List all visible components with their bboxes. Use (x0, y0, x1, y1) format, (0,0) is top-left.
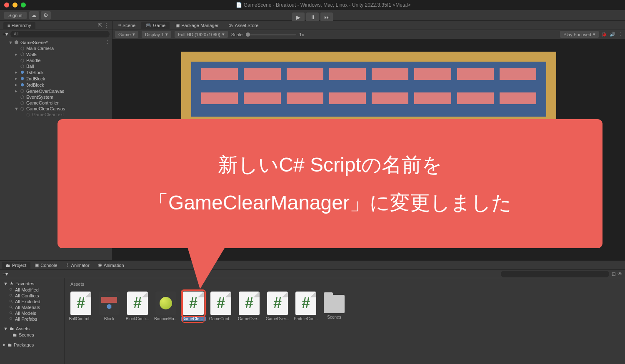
fav-item[interactable]: All Prefabs (0, 316, 64, 322)
fav-item[interactable]: All Models (0, 310, 64, 316)
svg-point-3 (10, 306, 12, 308)
tree-item-eventsystem[interactable]: EventSystem (0, 94, 112, 100)
tab-asset-store[interactable]: 🛍Asset Store (224, 22, 262, 29)
tab-animation[interactable]: ◉Animation (94, 262, 128, 269)
favorites-header[interactable]: ▼★Favorites (0, 280, 64, 287)
breadcrumb[interactable]: Assets (69, 281, 621, 290)
annotation-callout: 新しいC# Scriptの名前を 「GameClearManager」に変更しま… (58, 119, 602, 248)
search-icon (9, 305, 13, 309)
link-icon[interactable]: ⇱ (98, 22, 102, 28)
scale-label: Scale (231, 32, 243, 37)
expand-icon[interactable]: ▼ (14, 106, 18, 111)
fav-item[interactable]: All Modified (0, 287, 64, 293)
tree-item-camera[interactable]: Main Camera (0, 45, 112, 51)
pause-button[interactable]: ⏸ (306, 12, 319, 22)
stats-icon[interactable]: ⋮ (618, 32, 622, 37)
game-dropdown[interactable]: Game▾ (115, 31, 138, 38)
block (201, 68, 238, 80)
asset-item[interactable]: BounceMa... (155, 292, 176, 321)
expand-icon[interactable]: ▼ (3, 281, 8, 286)
animation-icon: ◉ (98, 262, 102, 268)
tree-item-3rdblock[interactable]: ▸3rdBlock (0, 82, 112, 88)
gameobject-icon (20, 64, 25, 69)
asset-item[interactable]: Scenes (324, 292, 345, 321)
asset-item[interactable]: #GameClea... (183, 291, 204, 322)
tree-item-ball[interactable]: Ball (0, 63, 112, 69)
expand-icon[interactable]: ▸ (14, 82, 18, 87)
expand-icon[interactable]: ▸ (3, 342, 6, 347)
play-controls: ▶ ⏸ ⏭ (292, 12, 333, 22)
tab-scene[interactable]: ⌗Scene (114, 22, 140, 29)
panel-controls: ⇱ ⋮ (98, 22, 109, 28)
tree-item-paddle[interactable]: Paddle (0, 57, 112, 63)
game-playfield (191, 62, 546, 117)
window-controls (4, 2, 26, 7)
asset-item[interactable]: #GameCont... (210, 292, 231, 321)
asset-label: BlockContr... (126, 317, 150, 321)
tab-console[interactable]: ▣Console (30, 262, 61, 269)
scale-slider[interactable] (246, 34, 296, 35)
bug-icon[interactable]: 🐞 (601, 32, 607, 37)
expand-icon[interactable]: ▸ (14, 70, 18, 75)
asset-item[interactable]: #GameOver... (267, 292, 288, 321)
resolution-dropdown[interactable]: Full HD (1920x1080)▾ (175, 31, 228, 38)
tree-item-gameclearcanvas[interactable]: ▼GameClearCanvas (0, 106, 112, 112)
minimize-icon[interactable] (12, 2, 18, 7)
window-title: 📄 GameScene - Breakout - Windows, Mac, L… (26, 2, 621, 8)
asset-label: Scenes (327, 315, 341, 319)
asset-item[interactable]: Block (99, 292, 120, 321)
gear-icon[interactable]: ⚙ (41, 11, 51, 20)
display-dropdown[interactable]: Display 1▾ (142, 31, 171, 38)
maximize-icon[interactable] (21, 2, 26, 7)
play-button[interactable]: ▶ (292, 12, 305, 22)
asset-item[interactable]: #BallControl... (70, 292, 91, 321)
scene-root[interactable]: ▼ GameScene* ⋮ (0, 39, 112, 45)
audio-icon[interactable]: 🔊 (610, 32, 615, 37)
packages-header[interactable]: ▸🖿Packages (0, 341, 64, 348)
hierarchy-tab[interactable]: ≡ Hierarchy (3, 22, 35, 29)
expand-icon[interactable]: ▸ (14, 88, 18, 94)
tab-animator[interactable]: ⊹Animator (62, 262, 94, 269)
expand-icon[interactable]: ▼ (3, 326, 8, 331)
block (329, 68, 366, 80)
assets-header[interactable]: ▼🖿Assets (0, 325, 64, 332)
asset-item[interactable]: #GameOve... (239, 292, 260, 321)
step-button[interactable]: ⏭ (320, 12, 333, 22)
add-button[interactable]: +▾ (2, 31, 8, 37)
scene-menu[interactable]: ⋮ (105, 40, 110, 45)
tree-item-1stblock[interactable]: ▸1stBlock (0, 69, 112, 75)
title-bar: 📄 GameScene - Breakout - Windows, Mac, L… (0, 0, 625, 10)
tab-project[interactable]: 🖿Project (2, 262, 30, 269)
play-focused-dropdown[interactable]: Play Focused▾ (560, 31, 599, 38)
script-icon: # (295, 292, 316, 315)
eye-icon[interactable]: 👁 (618, 271, 622, 277)
add-button[interactable]: +▾ (2, 271, 8, 277)
tab-package-manager[interactable]: ▣Package Manager (171, 22, 222, 29)
folder-item-scenes[interactable]: 🖿Scenes (0, 332, 64, 338)
asset-item[interactable]: #PaddleCon... (295, 292, 316, 321)
expand-icon[interactable]: ▼ (8, 40, 12, 45)
fav-item[interactable]: All Conflicts (0, 293, 64, 299)
asset-item[interactable]: #BlockContr... (127, 292, 148, 321)
cloud-icon[interactable]: ☁ (29, 11, 39, 20)
close-icon[interactable] (4, 2, 9, 7)
tab-game[interactable]: 🎮Game (141, 22, 170, 29)
tree-item-gameovercanvas[interactable]: ▸GameOverCanvas (0, 88, 112, 94)
tree-item-gamecontroller[interactable]: GameController (0, 100, 112, 106)
menu-icon[interactable]: ⋮ (104, 22, 109, 28)
expand-icon[interactable]: ▸ (14, 52, 18, 57)
tree-item-walls[interactable]: ▸Walls (0, 51, 112, 57)
project-search[interactable] (501, 271, 609, 277)
tree-item-2ndblock[interactable]: ▸2ndBlock (0, 75, 112, 82)
svg-point-2 (10, 300, 12, 302)
gameobject-icon (26, 112, 30, 117)
svg-point-0 (10, 288, 12, 290)
tree-item-gamecleartext[interactable]: GameClearText (0, 112, 112, 117)
filter-icon[interactable]: ⊡ (612, 271, 616, 277)
expand-icon[interactable]: ▸ (14, 76, 18, 81)
hierarchy-search[interactable] (10, 31, 110, 37)
fav-item[interactable]: All Excluded (0, 299, 64, 304)
fav-item[interactable]: All Materials (0, 304, 64, 310)
signin-button[interactable]: Sign in (4, 12, 27, 19)
callout-line1: 新しいC# Scriptの名前を (218, 146, 442, 184)
